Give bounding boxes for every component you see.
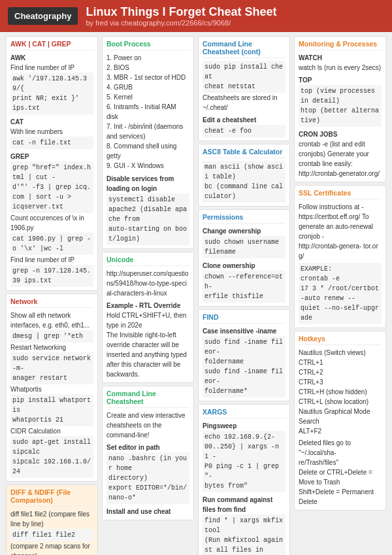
diff-content: diff file1 file2 (compare files line by …: [10, 509, 93, 555]
diff-title: DIFF & NDIFF (File Comparison): [10, 488, 93, 507]
hotkey-5: CTRL+L (show location): [299, 397, 382, 407]
permissions-card: Permissions Change ownership sudo chown …: [198, 209, 290, 307]
awk-label: AWK: [10, 53, 93, 63]
unicode-desc: The Invisible right-to-left override cha…: [106, 330, 189, 379]
ssl-card: SSL Certificates Follow instructions at …: [294, 185, 386, 328]
logo-box: Cheatography: [8, 7, 78, 25]
hotkeys-title: Hotkeys: [299, 335, 382, 345]
disable-title: Disable services from loading on login: [106, 174, 189, 193]
find-card: FIND Case insensitive -iname sudo find -…: [198, 309, 290, 401]
ascii-card: ASCII Table & Calculator man ascii (show…: [198, 144, 290, 207]
perm-change-title: Change ownership: [203, 226, 286, 236]
xargs-pingsweep-title: Pingsweep: [203, 421, 286, 431]
boot-card: Boot Process 1. Power on 2. BIOS 3. MBR …: [102, 36, 194, 249]
network-card: Network Show all eth network interfaces,…: [6, 294, 98, 482]
header-byline: by fred via cheatography.com/22666/cs/90…: [86, 19, 276, 27]
unicode-example-text: Hold CTRL+SHIFT+U, then type in 202e: [106, 311, 189, 330]
net-item3: Whatportis: [10, 384, 93, 394]
hotkey-9: Delete or CTRL+Delete = Move to Trash: [299, 467, 382, 487]
cmdline-cont-code1: sudo pip install cheat cheat netstat: [203, 61, 286, 93]
boot-item-6: 7. Init - /sbin/init (daemons and servic…: [106, 122, 189, 141]
cmdline-cont-card: Command Line Cheatsheet (cont) sudo pip …: [198, 36, 290, 141]
find-case-code: sudo find -iname fileor- foldername sudo…: [203, 336, 286, 397]
hotkey-1: CTRL+1: [299, 358, 382, 367]
network-title: Network: [10, 297, 93, 308]
hotkeys-content: Nautilus (Switch views) CTRL+1 CTRL+2 CT…: [299, 348, 382, 507]
top-title: TOP: [299, 75, 382, 85]
hotkey-7: ALT+F2: [299, 426, 382, 436]
boot-item-7: 8. Command shell using getty: [106, 141, 189, 161]
xargs-card: XARGS Pingsweep echo 192.168.9.{2- 00..2…: [198, 404, 290, 555]
unicode-title: Unicode: [106, 256, 189, 266]
cron-link[interactable]: http://crontab-generator.org/: [299, 169, 382, 178]
xargs-run-title: Run command against files from find: [203, 495, 286, 514]
ssl-title: SSL Certificates: [299, 189, 382, 199]
ssl-desc: Follow instructions at - https://certbot…: [299, 202, 382, 241]
top-desc: top (view processes in detail) htop (bet…: [299, 85, 382, 127]
cmdline-install: Install and use cheat: [106, 507, 189, 516]
cmdline-desc: Create and view interactive cheatsheets …: [106, 411, 189, 440]
permissions-title: Permissions: [203, 213, 286, 224]
net-code3: pip install whatportis whatportis 21: [10, 394, 93, 426]
net-code4: sudo apt-get install sipcalc sipcalc 192…: [10, 436, 93, 478]
xargs-content: Pingsweep echo 192.168.9.{2- 00..250} | …: [203, 421, 286, 555]
net-item2: Restart Networking: [10, 343, 93, 352]
cmdline-cont-stored: Cheatsheets are stored in ~/.cheat/: [203, 93, 286, 112]
ssl-link1[interactable]: http://crontab-genera- tor.org/: [299, 241, 382, 261]
boot-item-4: 5. Kernel: [106, 92, 189, 102]
content-grid: AWK | CAT | GREP AWK Find line number of…: [0, 32, 392, 555]
hotkey-0: Nautilus (Switch views): [299, 348, 382, 358]
unicode-content: http://superuser.com/questions/59418/how…: [106, 269, 189, 379]
awk-cat-grep-title: AWK | CAT | GREP: [10, 40, 93, 50]
awk-cat-grep-card: AWK | CAT | GREP AWK Find line number of…: [6, 36, 98, 291]
cron-title: CRON JOBS: [299, 129, 382, 139]
hotkey-8: Deleted files go to "~/.local/sha-re/Tra…: [299, 438, 382, 467]
boot-item-5: 6. Initramfs - Initial RAM disk: [106, 102, 189, 122]
cmdline-cont-edit-title: Edit a cheatsheet: [203, 115, 286, 125]
boot-item-8: 9. GUI - X Windows: [106, 161, 189, 171]
grep-label: GREP: [10, 152, 93, 161]
hotkey-10: Shift+Delete = Permanent Delete: [299, 487, 382, 507]
awk-item1: Find line number of IP: [10, 63, 93, 73]
watch-desc: watch ls (run is every 2secs): [299, 63, 382, 73]
grep-item2: Count occurences of \x in 1906.py: [10, 213, 93, 233]
unicode-card: Unicode http://superuser.com/questions/5…: [102, 252, 194, 383]
cmdline-content: Create and view interactive cheatsheets …: [106, 411, 189, 516]
header: Cheatography Linux Things I Forget Cheat…: [0, 0, 392, 32]
cmdline-code1: nano .bashrc (in your home directory) ex…: [106, 452, 189, 504]
net-code1: dmesg | grep '*eth: [10, 330, 93, 343]
unicode-link[interactable]: http://superuser.com/questions/59418/how…: [106, 269, 189, 298]
xargs-run-code: find * | xargs mkfixtool (Run mkfixtool …: [203, 514, 286, 555]
grep-item3: Find line number of IP: [10, 255, 93, 265]
hotkey-4: CTRL+H (show hidden): [299, 387, 382, 397]
col3: Command Line Cheatsheet (cont) sudo pip …: [196, 36, 292, 555]
disable-code: systemctl disable apache2 (disable apach…: [106, 193, 189, 245]
grep-item1: grep "href=" index.html | cut - d'"' -f3…: [10, 161, 93, 213]
cmdline-cont-title: Command Line Cheatsheet (cont): [203, 40, 286, 58]
perm-clone-code: chown --reference=oth- erfile thisfile: [203, 271, 286, 303]
net-item1: Show all eth network interfaces, e.g. et…: [10, 311, 93, 330]
cron-desc: crontab -e (list and edit cronjobs) Gene…: [299, 139, 382, 169]
header-link[interactable]: cheatography.com/22666/cs/9068/: [121, 19, 231, 27]
xargs-pingsweep-code: echo 192.168.9.{2- 00..250} | xargs -n 1…: [203, 431, 286, 492]
hotkey-2: CTRL+2: [299, 367, 382, 377]
ascii-title: ASCII Table & Calculator: [203, 148, 286, 158]
col1: AWK | CAT | GREP AWK Find line number of…: [4, 36, 100, 555]
boot-title: Boot Process: [106, 40, 189, 50]
monitoring-content: WATCH watch ls (run is every 2secs) TOP …: [299, 53, 382, 178]
watch-title: WATCH: [299, 53, 382, 63]
diff-item2: (compare 2 nmap scans for changes): [10, 541, 93, 555]
awk-cat-grep-content: AWK Find line number of IP awk '/197.128…: [10, 53, 93, 287]
monitoring-title: Monitoring & Processes: [299, 40, 382, 50]
header-text: Linux Things I Forget Cheat Sheet by fre…: [86, 5, 276, 27]
ssl-example: EXAMPLE: crontab -e 17 3 * /root/certbot…: [299, 263, 382, 324]
boot-item-2: 3. MBR - 1st sector of HDD: [106, 73, 189, 82]
diff-item1: diff file1 file2 (compare files line by …: [10, 509, 93, 529]
cat-item1: With line numbers: [10, 127, 93, 137]
net-item4: CIDR Calculation: [10, 426, 93, 436]
perm-change-code: sudo chown username filename: [203, 236, 286, 258]
ssl-content: Follow instructions at - https://certbot…: [299, 202, 382, 324]
network-content: Show all eth network interfaces, e.g. et…: [10, 311, 93, 478]
ascii-code1: man ascii (show ascii table) bc (command…: [203, 161, 286, 203]
find-title: FIND: [203, 313, 286, 324]
